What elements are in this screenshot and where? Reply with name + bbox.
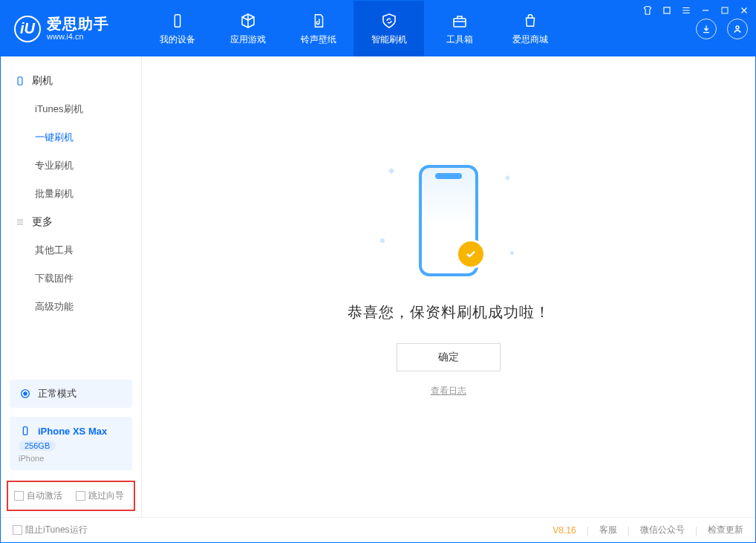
app-window: iU 爱思助手 www.i4.cn 我的设备 应用游戏 铃声壁纸 智能刷机 <box>0 0 756 543</box>
mode-panel[interactable]: 正常模式 <box>10 380 132 408</box>
sidebar-item-batch[interactable]: 批量刷机 <box>1 180 141 208</box>
list-icon <box>14 216 26 228</box>
cube-icon <box>238 11 258 30</box>
tab-toolbox[interactable]: 工具箱 <box>424 1 495 56</box>
check-update-link[interactable]: 检查更新 <box>708 524 743 536</box>
download-button[interactable] <box>696 19 717 39</box>
sidebar-item-download-fw[interactable]: 下载固件 <box>1 264 141 293</box>
titlebar-controls <box>642 5 749 16</box>
body: 刷机 iTunes刷机 一键刷机 专业刷机 批量刷机 更多 其他工具 下载固件 … <box>1 56 755 517</box>
minimize-icon[interactable] <box>700 5 711 16</box>
check-auto-activate[interactable]: 自动激活 <box>14 490 62 502</box>
toolbox-icon <box>450 11 469 30</box>
device-storage: 256GB <box>19 440 56 451</box>
mode-icon <box>19 387 32 400</box>
check-label: 跳过向导 <box>88 490 124 501</box>
version-label: V8.16 <box>553 525 576 536</box>
tab-label: 应用游戏 <box>230 33 266 46</box>
sidebar-checks-highlight: 自动激活 跳过向导 <box>7 481 135 511</box>
account-button[interactable] <box>727 19 748 39</box>
svg-rect-1 <box>722 7 728 13</box>
bag-icon <box>521 11 540 30</box>
statusbar: 阻止iTunes运行 V8.16 | 客服 | 微信公众号 | 检查更新 <box>1 517 755 542</box>
tab-label: 爱思商城 <box>512 33 548 46</box>
tab-my-device[interactable]: 我的设备 <box>142 1 212 56</box>
check-label: 自动激活 <box>27 490 62 501</box>
main-content: 恭喜您，保资料刷机成功啦！ 确定 查看日志 <box>142 56 755 517</box>
sidebar-item-advanced[interactable]: 高级功能 <box>1 293 141 321</box>
wechat-link[interactable]: 微信公众号 <box>640 524 685 536</box>
tab-label: 铃声壁纸 <box>301 33 336 46</box>
sidebar-item-onekey[interactable]: 一键刷机 <box>1 123 141 152</box>
phone-outline-icon <box>14 75 26 87</box>
nav-tabs: 我的设备 应用游戏 铃声壁纸 智能刷机 工具箱 爱思商城 <box>142 1 565 56</box>
device-icon <box>168 11 187 30</box>
svg-rect-0 <box>664 7 670 13</box>
app-subtitle: www.i4.cn <box>47 32 109 41</box>
section-label: 刷机 <box>32 74 53 88</box>
sidebar: 刷机 iTunes刷机 一键刷机 专业刷机 批量刷机 更多 其他工具 下载固件 … <box>1 56 142 517</box>
refresh-shield-icon <box>379 11 399 30</box>
tab-apps-games[interactable]: 应用游戏 <box>212 1 283 56</box>
device-name: iPhone XS Max <box>38 426 107 437</box>
section-label: 更多 <box>32 215 53 229</box>
svg-rect-3 <box>454 19 466 27</box>
success-message: 恭喜您，保资料刷机成功啦！ <box>348 302 550 322</box>
maximize-icon[interactable] <box>720 5 730 16</box>
sidebar-section-more: 更多 <box>1 208 141 236</box>
sidebar-item-other-tools[interactable]: 其他工具 <box>1 236 141 264</box>
svg-rect-5 <box>18 77 22 85</box>
music-file-icon <box>309 11 328 30</box>
svg-point-7 <box>24 392 27 395</box>
svg-rect-8 <box>23 427 27 435</box>
header: iU 爱思助手 www.i4.cn 我的设备 应用游戏 铃声壁纸 智能刷机 <box>1 1 755 56</box>
view-log-link[interactable]: 查看日志 <box>431 385 466 397</box>
device-panel[interactable]: iPhone XS Max 256GB iPhone <box>10 417 132 470</box>
success-illustration <box>352 154 545 287</box>
tab-smart-flash[interactable]: 智能刷机 <box>353 1 424 56</box>
sidebar-item-pro[interactable]: 专业刷机 <box>1 152 141 180</box>
svg-rect-2 <box>175 15 180 27</box>
logo-icon: iU <box>14 16 41 42</box>
tab-label: 智能刷机 <box>371 33 407 46</box>
device-small-icon <box>19 424 32 438</box>
mode-label: 正常模式 <box>38 387 76 400</box>
support-link[interactable]: 客服 <box>599 524 617 536</box>
sidebar-section-flash: 刷机 <box>1 67 141 95</box>
ok-button[interactable]: 确定 <box>397 343 501 371</box>
phone-icon <box>419 165 478 276</box>
device-type: iPhone <box>19 454 44 463</box>
menu-icon[interactable] <box>681 5 691 16</box>
tab-store[interactable]: 爱思商城 <box>495 1 565 56</box>
sidebar-item-itunes[interactable]: iTunes刷机 <box>1 95 141 123</box>
svg-point-4 <box>736 26 739 29</box>
app-title: 爱思助手 <box>47 16 109 32</box>
check-skip-guide[interactable]: 跳过向导 <box>76 490 124 502</box>
check-badge-icon <box>456 239 486 269</box>
tab-label: 工具箱 <box>446 33 473 46</box>
close-icon[interactable] <box>739 5 749 16</box>
check-label: 阻止iTunes运行 <box>25 524 88 535</box>
tab-label: 我的设备 <box>160 33 195 46</box>
tshirt-icon[interactable] <box>642 5 653 16</box>
check-block-itunes[interactable]: 阻止iTunes运行 <box>13 524 88 536</box>
tab-ring-wall[interactable]: 铃声壁纸 <box>283 1 353 56</box>
skin-icon[interactable] <box>662 5 672 16</box>
logo: iU 爱思助手 www.i4.cn <box>1 1 142 56</box>
